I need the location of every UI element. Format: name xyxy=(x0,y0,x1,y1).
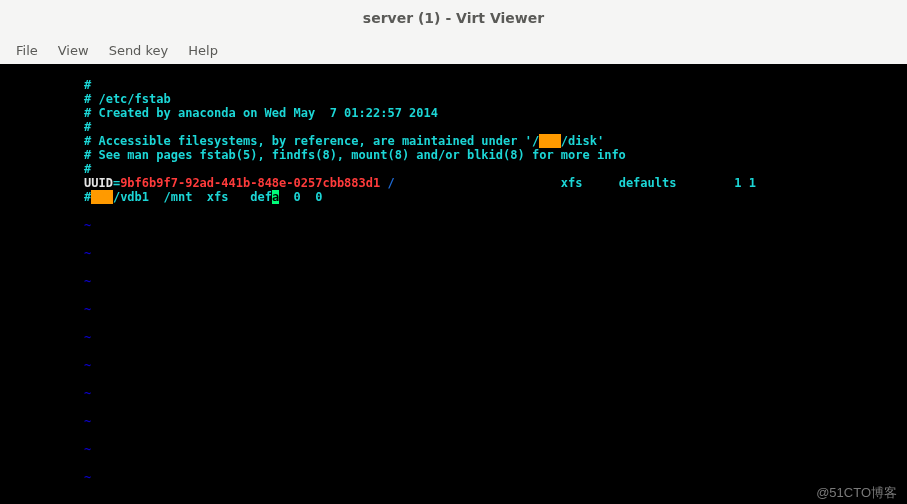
empty-line xyxy=(84,372,907,386)
empty-line xyxy=(84,484,907,498)
vim-tilde: ~ xyxy=(84,246,907,260)
empty-line xyxy=(84,428,907,442)
menu-view[interactable]: View xyxy=(48,39,99,62)
menu-help[interactable]: Help xyxy=(178,39,228,62)
menu-file[interactable]: File xyxy=(6,39,48,62)
terminal-viewport[interactable]: ## /etc/fstab# Created by anaconda on We… xyxy=(0,64,907,504)
highlight-dev: dev xyxy=(539,134,561,148)
vim-tilde: ~ xyxy=(84,470,907,484)
fstab-line: # Accessible filesystems, by reference, … xyxy=(84,134,907,148)
fstab-line: # See man pages fstab(5), findfs(8), mou… xyxy=(84,148,907,162)
empty-line xyxy=(84,456,907,470)
fstab-line: # /etc/fstab xyxy=(84,92,907,106)
empty-line xyxy=(84,260,907,274)
vim-tilde: ~ xyxy=(84,218,907,232)
vim-tilde: ~ xyxy=(84,386,907,400)
window-title: server (1) - Virt Viewer xyxy=(363,10,544,26)
empty-line xyxy=(84,344,907,358)
vim-tilde: ~ xyxy=(84,330,907,344)
fstab-line: # xyxy=(84,78,907,92)
watermark: @51CTO博客 xyxy=(816,486,897,500)
menu-sendkey[interactable]: Send key xyxy=(99,39,179,62)
vim-tilde: ~ xyxy=(84,302,907,316)
vim-tilde: ~ xyxy=(84,442,907,456)
fstab-edit-line: #dev/vdb1 /mnt xfs defa 0 0 xyxy=(84,190,907,204)
fstab-line: # Created by anaconda on Wed May 7 01:22… xyxy=(84,106,907,120)
fstab-line: # xyxy=(84,162,907,176)
empty-line xyxy=(84,400,907,414)
window-titlebar: server (1) - Virt Viewer xyxy=(0,0,907,36)
vim-tilde: ~ xyxy=(84,414,907,428)
vim-tilde: ~ xyxy=(84,358,907,372)
empty-line xyxy=(84,232,907,246)
fstab-uuid-line: UUID=9bf6b9f7-92ad-441b-848e-0257cbb883d… xyxy=(84,176,907,190)
vim-tilde: ~ xyxy=(84,274,907,288)
empty-line xyxy=(84,204,907,218)
virt-viewer-window: server (1) - Virt Viewer File View Send … xyxy=(0,0,907,504)
empty-line xyxy=(84,316,907,330)
highlight-dev: dev xyxy=(91,190,113,204)
empty-line xyxy=(84,288,907,302)
fstab-line: # xyxy=(84,120,907,134)
vim-tilde: ~ xyxy=(84,498,907,504)
menu-bar: File View Send key Help xyxy=(0,36,907,64)
